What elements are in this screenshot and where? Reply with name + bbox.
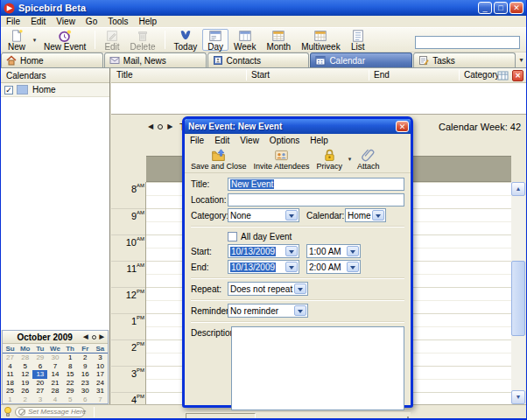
multiweek-button[interactable]: Multiweek	[296, 29, 345, 51]
dialog-menu-help[interactable]: Help	[305, 136, 334, 145]
repeat-select[interactable]: Does not repeat	[228, 282, 308, 296]
minical-day[interactable]: 1	[3, 396, 18, 404]
event-list-body[interactable]	[111, 83, 526, 115]
minical-day[interactable]: 13	[32, 370, 47, 379]
minical-day[interactable]: 31	[93, 387, 108, 396]
dialog-menu-view[interactable]: View	[235, 136, 264, 145]
minical-day[interactable]: 24	[93, 379, 108, 388]
minical-day[interactable]: 19	[18, 379, 32, 388]
minical-day[interactable]: 27	[3, 354, 18, 362]
minical-day[interactable]: 29	[32, 354, 47, 362]
minical-day[interactable]: 15	[63, 370, 78, 379]
status-message-field[interactable]: Set Message Here	[15, 407, 85, 417]
minical-day[interactable]: 9	[78, 362, 93, 371]
allday-checkbox[interactable]	[228, 232, 237, 242]
calendar-list-item[interactable]: ✓Home	[1, 83, 109, 97]
event-title-input[interactable]: New Event	[228, 178, 404, 191]
titlebar[interactable]: Spicebird Beta _ □ ✕	[1, 0, 526, 16]
tab-list-dropdown-icon[interactable]: ▾	[516, 52, 526, 67]
minical-day[interactable]: 6	[78, 396, 93, 404]
minical-day[interactable]: 4	[3, 362, 18, 371]
minical-day[interactable]: 11	[3, 370, 18, 379]
dialog-close-button[interactable]: ✕	[396, 121, 409, 132]
minical-day[interactable]: 1	[63, 354, 78, 362]
save-and-close-button[interactable]: Save and Close	[187, 147, 250, 172]
minical-day[interactable]: 7	[47, 362, 62, 371]
minical-today-icon[interactable]	[92, 335, 96, 340]
dialog-menu-options[interactable]: Options	[264, 136, 305, 145]
new-button[interactable]: New	[3, 29, 31, 51]
next-day-icon[interactable]: ▶	[167, 122, 172, 130]
column-header-start[interactable]: Start	[251, 70, 270, 80]
tab-home[interactable]: Home	[1, 52, 103, 67]
minical-day[interactable]: 16	[78, 370, 93, 379]
start-date-select[interactable]: 10/13/2009	[228, 244, 299, 258]
minical-day[interactable]: 26	[18, 387, 32, 396]
start-time-select[interactable]: 1:00 AM	[306, 244, 361, 258]
tab-contacts[interactable]: Contacts	[207, 52, 310, 67]
dialog-menu-file[interactable]: File	[185, 136, 209, 145]
minical-next-icon[interactable]: ▶	[100, 333, 104, 340]
minical-day[interactable]: 2	[18, 396, 32, 404]
dialog-titlebar[interactable]: New Event: New Event ✕	[185, 119, 411, 134]
menu-go[interactable]: Go	[81, 17, 102, 26]
menu-file[interactable]: File	[1, 17, 25, 26]
calendar-checkbox[interactable]: ✓	[4, 86, 13, 94]
minical-day[interactable]: 30	[78, 387, 93, 396]
minical-day[interactable]: 22	[63, 379, 78, 388]
vertical-scrollbar[interactable]: ▲ ▼	[511, 182, 525, 404]
menu-view[interactable]: View	[51, 17, 81, 26]
minical-day[interactable]: 20	[32, 379, 47, 388]
minical-day[interactable]: 17	[93, 370, 108, 379]
minical-day[interactable]: 5	[18, 362, 32, 371]
minical-day[interactable]: 4	[47, 396, 62, 404]
prev-day-icon[interactable]: ◀	[148, 122, 153, 130]
column-separator[interactable]	[246, 70, 247, 80]
end-time-select[interactable]: 2:00 AM	[306, 260, 361, 274]
minical-day[interactable]: 29	[63, 387, 78, 396]
resize-grip[interactable]	[401, 414, 410, 420]
search-input[interactable]	[415, 36, 520, 49]
minical-day[interactable]: 12	[18, 370, 32, 379]
minical-day[interactable]: 23	[78, 379, 93, 388]
menu-tools[interactable]: Tools	[102, 17, 133, 26]
tab-mail-news[interactable]: Mail, News	[104, 52, 207, 67]
minical-day[interactable]: 28	[18, 354, 32, 362]
new-event-button[interactable]: New Event	[39, 29, 91, 51]
menu-help[interactable]: Help	[134, 17, 163, 26]
minimize-button[interactable]: _	[478, 2, 492, 14]
column-header-end[interactable]: End	[374, 70, 390, 80]
minical-day[interactable]: 3	[93, 354, 108, 362]
close-event-list-icon[interactable]: ✕	[512, 70, 523, 81]
description-textarea[interactable]	[231, 326, 404, 410]
column-separator[interactable]	[459, 70, 460, 80]
column-header-title[interactable]: Title	[116, 70, 133, 80]
attach-button[interactable]: Attach	[354, 147, 383, 172]
today-button[interactable]: Today	[169, 29, 203, 51]
columns-icon[interactable]	[497, 70, 509, 81]
end-date-select[interactable]: 10/13/2009	[228, 260, 299, 274]
scroll-up-icon[interactable]: ▲	[511, 182, 525, 196]
category-select[interactable]: None	[228, 208, 299, 222]
minical-day[interactable]: 7	[93, 396, 108, 404]
scroll-down-icon[interactable]: ▼	[511, 390, 525, 404]
calendar-select[interactable]: Home	[345, 208, 386, 222]
minical-day[interactable]: 3	[32, 396, 47, 404]
tab-calendar[interactable]: Calendar	[310, 52, 412, 67]
minical-day[interactable]: 8	[63, 362, 78, 371]
menu-edit[interactable]: Edit	[25, 17, 51, 26]
minical-day[interactable]: 30	[47, 354, 62, 362]
day-button[interactable]: Day	[202, 29, 228, 51]
location-input[interactable]	[228, 193, 404, 206]
reminder-select[interactable]: No reminder	[228, 304, 308, 318]
month-button[interactable]: Month	[261, 29, 296, 51]
invite-attendees-button[interactable]: Invite Attendees	[250, 147, 313, 172]
maximize-button[interactable]: □	[494, 2, 508, 14]
minical-day[interactable]: 5	[63, 396, 78, 404]
new-dropdown-icon[interactable]: ▾	[31, 29, 39, 51]
minical-day[interactable]: 21	[47, 379, 62, 388]
dialog-menu-edit[interactable]: Edit	[209, 136, 235, 145]
today-dot-icon[interactable]	[158, 124, 163, 130]
column-header-category[interactable]: Category	[464, 70, 500, 80]
tab-tasks[interactable]: Tasks	[413, 52, 516, 67]
